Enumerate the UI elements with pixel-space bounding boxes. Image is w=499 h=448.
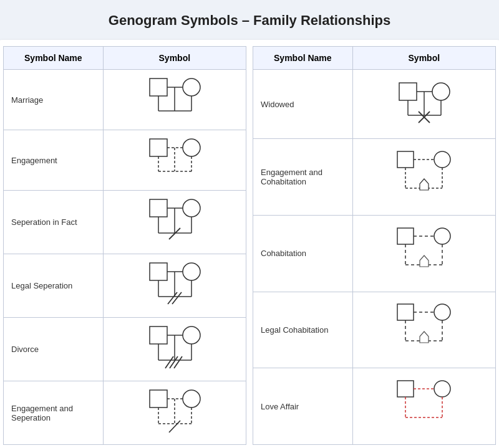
symbol-legal-separation xyxy=(103,254,246,318)
svg-point-59 xyxy=(434,151,450,168)
right-col2-header: Symbol xyxy=(352,47,495,70)
symbol-separation-fact xyxy=(103,191,246,254)
symbol-engagement xyxy=(103,130,246,191)
svg-line-40 xyxy=(174,356,182,368)
label-separation-fact: Seperation in Fact xyxy=(4,191,104,254)
label-engagement-separation: Engagement and Seperation xyxy=(4,381,104,445)
svg-rect-65 xyxy=(397,228,414,244)
svg-rect-72 xyxy=(397,304,414,320)
table-row: Love Affair xyxy=(253,368,496,445)
page-title: Genogram Symbols – Family Relationships xyxy=(109,12,390,29)
label-divorce: Divorce xyxy=(4,318,104,381)
svg-point-23 xyxy=(183,263,200,280)
svg-point-8 xyxy=(183,139,200,156)
svg-rect-41 xyxy=(150,390,167,407)
symbol-love-affair xyxy=(352,368,495,445)
left-col1-header: Symbol Name xyxy=(4,47,104,70)
symbol-eng-cohab xyxy=(352,139,495,216)
label-love-affair: Love Affair xyxy=(253,368,353,445)
label-marriage: Marriage xyxy=(4,70,104,130)
symbol-marriage xyxy=(103,70,246,130)
table-row: Cohabitation xyxy=(253,215,496,292)
svg-line-29 xyxy=(168,292,177,304)
label-widowed: Widowed xyxy=(253,70,353,139)
symbol-divorce xyxy=(103,318,246,381)
svg-point-80 xyxy=(434,381,450,397)
svg-marker-78 xyxy=(420,331,429,343)
symbol-widowed xyxy=(352,70,495,139)
svg-point-15 xyxy=(183,199,200,217)
table-row: Widowed xyxy=(253,70,496,139)
table-row: Engagement and Cohabitation xyxy=(253,139,496,216)
svg-rect-7 xyxy=(150,139,167,156)
table-row: Divorce xyxy=(4,318,246,381)
table-row: Legal Cohabitation xyxy=(253,292,496,368)
svg-marker-71 xyxy=(420,255,429,267)
label-eng-cohab: Engagement and Cohabitation xyxy=(253,139,353,216)
svg-rect-49 xyxy=(399,83,417,100)
svg-point-1 xyxy=(183,79,200,96)
svg-line-38 xyxy=(165,356,173,368)
svg-line-30 xyxy=(172,292,182,304)
label-legal-cohab: Legal Cohabitation xyxy=(253,292,353,368)
svg-rect-14 xyxy=(150,199,167,217)
tables-wrapper: Symbol Name Symbol Marriage xyxy=(0,40,499,448)
table-row: Engagement and Seperation xyxy=(4,381,246,445)
right-table: Symbol Name Symbol Widowed xyxy=(253,46,496,445)
svg-rect-31 xyxy=(150,326,167,344)
svg-line-39 xyxy=(170,356,178,368)
svg-rect-22 xyxy=(150,263,167,280)
svg-point-42 xyxy=(183,390,200,407)
svg-point-50 xyxy=(432,83,450,100)
svg-point-32 xyxy=(183,326,200,344)
label-legal-separation: Legal Seperation xyxy=(4,254,104,318)
table-row: Seperation in Fact xyxy=(4,191,246,254)
symbol-cohab xyxy=(352,215,495,292)
left-col2-header: Symbol xyxy=(103,47,246,70)
svg-rect-0 xyxy=(150,79,167,96)
svg-point-73 xyxy=(434,304,450,320)
svg-point-66 xyxy=(434,228,450,244)
label-cohab: Cohabitation xyxy=(253,215,353,292)
table-row: Legal Seperation xyxy=(4,254,246,318)
right-col1-header: Symbol Name xyxy=(253,47,353,70)
symbol-engagement-separation xyxy=(103,381,246,445)
symbol-legal-cohab xyxy=(352,292,495,368)
svg-marker-64 xyxy=(420,179,429,190)
label-engagement: Engagement xyxy=(4,130,104,191)
svg-rect-58 xyxy=(397,151,414,168)
left-table: Symbol Name Symbol Marriage xyxy=(3,46,246,445)
table-row: Engagement xyxy=(4,130,246,191)
svg-rect-79 xyxy=(397,381,414,397)
table-row: Marriage xyxy=(4,70,246,130)
